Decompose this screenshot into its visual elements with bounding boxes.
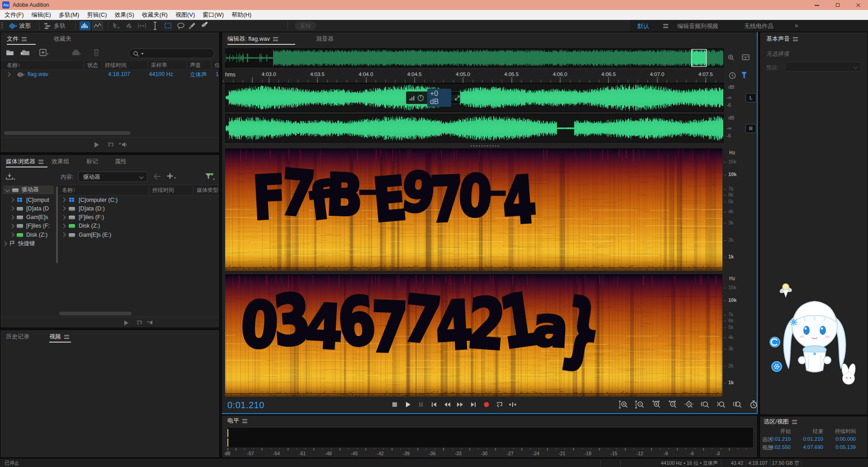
clock-source-icon[interactable] — [729, 72, 736, 80]
col-bits[interactable]: 位 — [215, 62, 220, 69]
menu-4[interactable]: 效果(S) — [115, 11, 134, 19]
play-button[interactable] — [404, 401, 411, 410]
menu-6[interactable]: 视图(V) — [175, 11, 195, 19]
workspace-edit-av[interactable]: 编辑音频到视频 — [677, 22, 718, 30]
hud-gain-value[interactable]: +0 dB — [427, 89, 451, 107]
panel-menu-icon[interactable] — [273, 37, 278, 41]
gain-knob-icon[interactable] — [417, 95, 424, 101]
media-tree-scrollbar[interactable] — [56, 186, 58, 263]
menu-2[interactable]: 多轨(M) — [59, 11, 80, 19]
tab-favorites[interactable]: 收藏夹 — [54, 32, 71, 46]
zoom-out-amplitude-button[interactable] — [635, 400, 645, 411]
minimize-button[interactable] — [807, 0, 827, 10]
col-status[interactable]: 状态 — [87, 62, 98, 69]
expand-chevron[interactable] — [3, 241, 7, 246]
show-waveform-toggle[interactable] — [80, 21, 90, 30]
frequency-pin-icon[interactable] — [741, 71, 748, 80]
col-duration[interactable]: 持续时间 — [105, 62, 127, 69]
expand-chevron[interactable] — [10, 206, 14, 211]
view-duration[interactable]: 0:05.139 — [833, 444, 856, 450]
file-name[interactable]: flag.wav — [28, 71, 48, 77]
tree-item-4[interactable]: Disk (Z:) — [10, 230, 56, 239]
workspace-default[interactable]: 默认 — [637, 22, 649, 30]
media-list-item-1[interactable]: [D]ata (D:) — [62, 204, 216, 213]
gain-hud[interactable]: +0 dB — [406, 91, 460, 104]
view-start[interactable]: 4:02.550 — [768, 444, 791, 450]
expand-chevron[interactable] — [10, 198, 14, 202]
record-button[interactable] — [483, 401, 490, 410]
tree-item-3[interactable]: [F]iles (F: — [10, 222, 56, 230]
tree-item-shortcuts[interactable]: 快捷键 — [3, 239, 53, 248]
pet-button-c[interactable] — [770, 337, 780, 347]
preview-loop-button[interactable] — [136, 320, 143, 326]
workspace-radio[interactable]: 无线电作品 — [744, 22, 774, 30]
media-filter-button[interactable] — [205, 172, 215, 181]
menu-3[interactable]: 剪辑(C) — [87, 11, 107, 19]
media-list-item-2[interactable]: [F]iles (F:) — [62, 213, 216, 222]
tab-selection-view[interactable]: 选区/视图 — [764, 416, 795, 429]
skip-to-end-button[interactable] — [470, 401, 477, 410]
channel-left-button[interactable]: L — [745, 93, 756, 102]
razor-tool[interactable] — [125, 22, 133, 30]
chibi-character[interactable] — [784, 301, 846, 372]
expand-chevron[interactable] — [6, 72, 11, 77]
rewind-button[interactable] — [443, 401, 451, 410]
col-media-type[interactable]: 媒体类型 — [197, 186, 218, 194]
tab-media-browser[interactable]: 媒体浏览器 — [6, 155, 47, 168]
marquee-selection-tool[interactable] — [164, 22, 173, 30]
zoom-to-in-point-button[interactable] — [700, 400, 710, 411]
delete-button[interactable] — [93, 48, 100, 57]
tab-history[interactable]: 历史记录 — [6, 330, 29, 343]
media-back-button[interactable] — [153, 173, 161, 180]
hud-expand-icon[interactable] — [454, 95, 460, 101]
zoom-in-time-button[interactable] — [651, 400, 661, 411]
col-rate[interactable]: 采样率 — [151, 62, 167, 69]
tab-mixer[interactable]: 混音器 — [316, 32, 334, 46]
pet-button-settings[interactable] — [772, 362, 782, 372]
import-media-button[interactable] — [6, 173, 16, 181]
loop-playback-button[interactable] — [496, 401, 503, 410]
file-row-flagwav[interactable]: flag.wav 4:18.107 44100 Hz 立体声 1 — [0, 70, 220, 79]
tab-video[interactable]: 视频 — [49, 330, 71, 343]
open-file-button[interactable] — [6, 49, 15, 56]
expand-chevron[interactable] — [10, 233, 14, 237]
files-hscrollbar[interactable] — [4, 131, 131, 135]
new-item-button[interactable] — [39, 49, 49, 56]
menu-7[interactable]: 窗口(W) — [203, 11, 224, 19]
selection-start[interactable]: 0:01.210 — [768, 436, 791, 442]
tab-essential-sound[interactable]: 基本声音 — [766, 32, 799, 46]
preset-dropdown[interactable] — [785, 62, 861, 71]
zoom-to-out-point-button[interactable] — [717, 400, 726, 411]
workspace-menu-icon[interactable] — [663, 24, 668, 28]
expand-chevron[interactable] — [61, 206, 66, 211]
panel-menu-icon[interactable] — [38, 160, 43, 164]
col-name[interactable]: 名称↑ — [7, 62, 20, 69]
files-search-input[interactable] — [129, 48, 215, 58]
col-channels[interactable]: 声道 — [190, 62, 201, 69]
close-button[interactable] — [848, 0, 868, 10]
expand-chevron[interactable] — [10, 215, 14, 219]
col-name[interactable]: 名称↑ — [62, 186, 75, 194]
zoom-reset-button[interactable] — [684, 400, 694, 411]
toolbar-grip[interactable] — [1, 22, 3, 29]
col-duration[interactable]: 持续时间 — [152, 186, 174, 194]
selection-end[interactable]: 0:01.210 — [801, 436, 823, 442]
maximize-button[interactable] — [827, 0, 848, 10]
expand-chevron[interactable] — [5, 188, 10, 192]
stop-button[interactable] — [391, 401, 398, 410]
media-list-item-4[interactable]: Gam[E]s (E:) — [62, 230, 216, 239]
tab-editor[interactable]: 编辑器: flag.wav — [227, 32, 295, 46]
wave-spectral-splitter[interactable] — [222, 144, 758, 148]
expand-chevron[interactable] — [61, 233, 66, 237]
time-selection-tool[interactable] — [152, 21, 158, 30]
selection-duration[interactable]: 0:00.000 — [833, 436, 856, 442]
panel-menu-icon[interactable] — [242, 419, 247, 423]
overview-zoom-icon[interactable] — [727, 54, 735, 61]
preview-autoplay-button[interactable] — [119, 141, 127, 148]
tree-item-0[interactable]: [C]omput — [10, 195, 56, 204]
tab-properties[interactable]: 属性 — [115, 155, 127, 168]
waveform-view-button[interactable]: 波形 — [9, 21, 31, 31]
menu-0[interactable]: 文件(F) — [5, 11, 24, 19]
media-list-item-3[interactable]: Disk (Z:) — [62, 222, 216, 230]
fast-forward-button[interactable] — [457, 401, 464, 410]
